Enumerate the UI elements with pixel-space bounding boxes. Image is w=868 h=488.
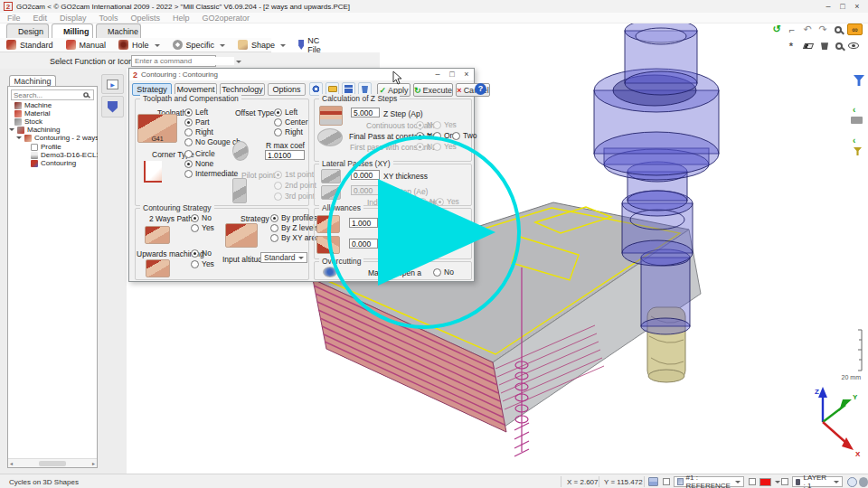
expand-icon[interactable] — [9, 128, 14, 134]
panel-handle-filter[interactable]: ‹ — [853, 136, 855, 145]
menu-display[interactable]: Display — [60, 14, 87, 23]
radio-upwards-no[interactable]: No — [191, 249, 212, 258]
dialog-close-button[interactable]: × — [459, 70, 474, 80]
snap-grid-icon[interactable] — [648, 477, 658, 486]
tree-item-contouring-op[interactable]: Contouring — [31, 159, 76, 167]
radio-offset-right[interactable]: Right — [274, 127, 303, 136]
close-button[interactable]: × — [850, 2, 864, 12]
radio-pilot-1st[interactable]: 1st point — [274, 170, 314, 179]
play-triangle-icon[interactable] — [378, 179, 495, 286]
menu-edit[interactable]: Edit — [33, 14, 48, 23]
menu-file[interactable]: File — [7, 14, 21, 23]
tree-item-tool[interactable]: Demo3-D16-ECL160B56 — [31, 151, 98, 159]
radio-corner-none[interactable]: None — [184, 159, 213, 168]
reference-dropdown-icon[interactable] — [735, 481, 741, 486]
radio-pilot-3rd[interactable]: 3rd point — [274, 192, 315, 201]
spray-icon[interactable]: * — [785, 40, 797, 52]
reference-select[interactable]: #1 : REFERENCE — [674, 476, 744, 487]
layer-checkbox[interactable] — [781, 478, 788, 485]
command-dropdown-icon[interactable] — [236, 61, 241, 66]
command-input[interactable] — [132, 57, 234, 65]
maximize-button[interactable]: □ — [835, 2, 850, 12]
rmax-field[interactable]: 1.0100 — [265, 150, 305, 160]
redo-icon[interactable]: ↷ — [816, 23, 829, 35]
shape-dropdown-icon[interactable] — [280, 44, 286, 50]
nc-strip-button[interactable] — [101, 96, 124, 117]
dialog-maximize-button[interactable]: □ — [445, 70, 459, 80]
standard-button[interactable]: Standard — [0, 38, 60, 52]
tab-options[interactable]: Options — [268, 83, 306, 96]
radio-toolpath-right[interactable]: Right — [184, 127, 213, 136]
menu-go2operator[interactable]: GO2operator — [203, 14, 250, 23]
zoom-in-icon[interactable] — [833, 40, 845, 52]
panel-handle-tools[interactable]: ‹ — [853, 105, 855, 115]
manual-button[interactable]: Manual — [60, 38, 113, 52]
altitude-dropdown-icon[interactable] — [298, 257, 304, 262]
tab-milling[interactable]: Milling — [52, 23, 93, 38]
dialog-minimize-button[interactable]: – — [430, 70, 445, 80]
shape-button[interactable]: Shape — [231, 38, 292, 52]
menu-opelists[interactable]: Opelists — [131, 14, 161, 23]
scroll-left-icon[interactable]: ◂ — [8, 460, 13, 466]
radio-pilot-2nd[interactable]: 2nd point — [274, 181, 316, 190]
scroll-thumb[interactable] — [39, 461, 66, 466]
execute-button[interactable]: ↻Execute — [413, 83, 453, 97]
zoom-icon[interactable] — [832, 23, 844, 35]
measure-icon[interactable]: ⌐ — [786, 23, 798, 35]
radio-toolpath-left[interactable]: Left — [184, 108, 208, 117]
radio-twoways-yes[interactable]: Yes — [191, 223, 214, 232]
video-play-overlay[interactable] — [321, 131, 529, 334]
hole-dropdown-icon[interactable] — [155, 44, 160, 50]
hole-button[interactable]: Hole — [112, 38, 166, 52]
radio-strategy-profiles[interactable]: By profiles — [270, 213, 317, 222]
radio-strategy-zlevels[interactable]: By Z levels — [270, 223, 319, 232]
radio-offset-center[interactable]: Center — [274, 117, 308, 127]
command-combobox[interactable] — [131, 55, 216, 67]
status-help-icon[interactable] — [859, 477, 868, 487]
regenerate-icon[interactable]: ↺ — [770, 23, 783, 35]
eraser-icon[interactable] — [802, 40, 815, 52]
simulation-strip-button[interactable]: ▶ — [101, 74, 124, 94]
visibility-icon[interactable] — [847, 40, 860, 52]
specific-button[interactable]: Specific — [166, 38, 232, 52]
layer-select[interactable]: LAYER : 1 — [792, 476, 843, 487]
menu-tools[interactable]: Tools — [99, 14, 118, 23]
scroll-right-icon[interactable]: ▸ — [92, 460, 97, 466]
radio-corner-circle[interactable]: Circle — [184, 149, 215, 158]
tab-machine[interactable]: Machine — [96, 23, 141, 38]
input-altitude-select[interactable]: Standard — [260, 252, 307, 263]
zoom-window-icon[interactable] — [847, 477, 857, 487]
radio-upwards-yes[interactable]: Yes — [191, 259, 214, 268]
tree-hscrollbar[interactable]: ◂ ▸ — [8, 458, 97, 467]
expand-icon[interactable] — [16, 136, 22, 142]
delete-toolpath-icon[interactable] — [818, 40, 831, 52]
help-circle[interactable]: ? — [475, 83, 486, 95]
minimize-button[interactable]: – — [821, 2, 835, 12]
tree-item-material[interactable]: Material — [14, 109, 50, 117]
color-dropdown-icon[interactable] — [775, 481, 780, 486]
radio-corner-intermediate[interactable]: Intermediate — [184, 169, 238, 178]
search-input[interactable] — [12, 91, 82, 99]
reference-checkbox[interactable] — [663, 478, 670, 485]
dialog-title-bar[interactable]: 2 Contouring : Contouring – □ × — [129, 69, 474, 80]
tree-item-machining[interactable]: Machining — [9, 126, 60, 134]
layer-dropdown-icon[interactable] — [834, 481, 839, 486]
undo-icon[interactable]: ↶ — [801, 23, 814, 35]
view-glasses-icon[interactable]: ∞ — [847, 23, 863, 35]
menu-help[interactable]: Help — [173, 14, 190, 23]
tree-item-contouring-group[interactable]: Contouring - 2 ways and up — [16, 134, 98, 142]
radio-continuous-yes[interactable]: Yes — [433, 120, 457, 129]
tab-design[interactable]: Design — [6, 23, 49, 38]
z-step-field[interactable]: 5.000 — [351, 108, 380, 117]
specific-dropdown-icon[interactable] — [220, 44, 225, 50]
radio-offset-left[interactable]: Left — [274, 108, 297, 117]
tree-item-profile[interactable]: Profile — [31, 143, 61, 151]
radio-twoways-no[interactable]: No — [191, 213, 212, 222]
tree-item-stock[interactable]: Stock — [14, 117, 42, 126]
tree-item-machine[interactable]: Machine — [14, 101, 52, 109]
search-box[interactable] — [11, 89, 94, 100]
color-checkbox[interactable] — [749, 478, 756, 485]
color-swatch[interactable] — [760, 478, 771, 486]
radio-toolpath-part[interactable]: Part — [184, 117, 210, 127]
nc-file-button[interactable]: NC File — [292, 38, 331, 52]
